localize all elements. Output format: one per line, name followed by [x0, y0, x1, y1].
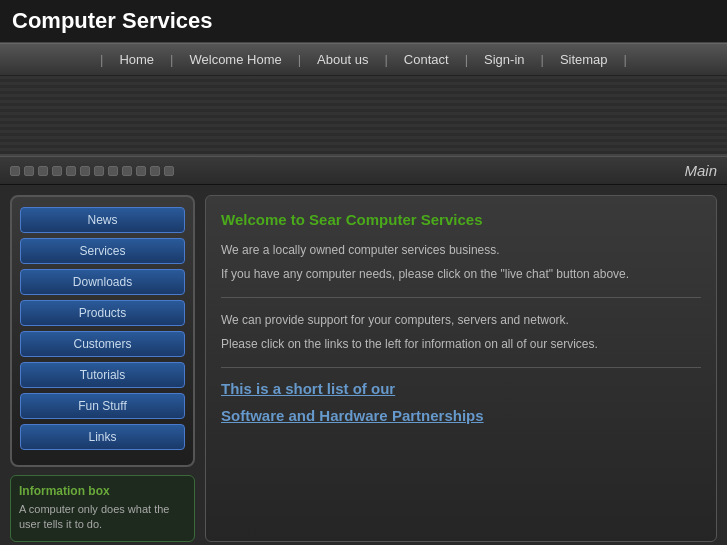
content-divider-2	[221, 367, 701, 368]
dot-9	[122, 166, 132, 176]
nav-separator: |	[296, 52, 303, 67]
dot-8	[108, 166, 118, 176]
dot-11	[150, 166, 160, 176]
content-panel: Welcome to Sear Computer Services We are…	[205, 195, 717, 542]
dot-10	[136, 166, 146, 176]
dot-7	[94, 166, 104, 176]
content-p1: We are a locally owned computer services…	[221, 240, 701, 260]
sidebar-nav-box: News Services Downloads Products Custome…	[10, 195, 195, 467]
content-p3: We can provide support for your computer…	[221, 310, 701, 330]
nav-welcome-home[interactable]: Welcome Home	[175, 48, 295, 71]
sidebar-btn-customers[interactable]: Customers	[20, 331, 185, 357]
content-heading: Welcome to Sear Computer Services	[221, 211, 701, 228]
content-link-2[interactable]: Software and Hardware Partnerships	[221, 407, 701, 424]
banner-area	[0, 76, 727, 156]
site-title: Computer Services	[12, 8, 715, 34]
nav-separator: |	[539, 52, 546, 67]
section-dots	[10, 166, 174, 176]
nav-contact[interactable]: Contact	[390, 48, 463, 71]
nav-about[interactable]: About us	[303, 48, 382, 71]
info-box-title: Information box	[19, 484, 186, 498]
nav-home[interactable]: Home	[105, 48, 168, 71]
sidebar-btn-services[interactable]: Services	[20, 238, 185, 264]
dot-3	[38, 166, 48, 176]
dot-2	[24, 166, 34, 176]
nav-signin[interactable]: Sign-in	[470, 48, 538, 71]
navbar: | Home | Welcome Home | About us | Conta…	[0, 43, 727, 76]
dot-12	[164, 166, 174, 176]
nav-sitemap[interactable]: Sitemap	[546, 48, 622, 71]
info-box: Information box A computer only does wha…	[10, 475, 195, 542]
dot-5	[66, 166, 76, 176]
header: Computer Services	[0, 0, 727, 43]
info-box-text: A computer only does what the user tells…	[19, 502, 186, 533]
content-link-1[interactable]: This is a short list of our	[221, 380, 701, 397]
nav-separator: |	[463, 52, 470, 67]
nav-separator: |	[622, 52, 629, 67]
nav-separator: |	[98, 52, 105, 67]
sidebar: News Services Downloads Products Custome…	[10, 195, 195, 542]
sidebar-btn-products[interactable]: Products	[20, 300, 185, 326]
main-content: News Services Downloads Products Custome…	[0, 185, 727, 545]
content-divider-1	[221, 297, 701, 298]
content-p4: Please click on the links to the left fo…	[221, 334, 701, 354]
sidebar-btn-funstuff[interactable]: Fun Stuff	[20, 393, 185, 419]
dot-4	[52, 166, 62, 176]
section-bar: Main	[0, 156, 727, 185]
nav-separator: |	[168, 52, 175, 67]
sidebar-btn-links[interactable]: Links	[20, 424, 185, 450]
sidebar-btn-downloads[interactable]: Downloads	[20, 269, 185, 295]
dot-1	[10, 166, 20, 176]
sidebar-btn-tutorials[interactable]: Tutorials	[20, 362, 185, 388]
nav-separator: |	[382, 52, 389, 67]
sidebar-btn-news[interactable]: News	[20, 207, 185, 233]
content-p2: If you have any computer needs, please c…	[221, 264, 701, 284]
section-title: Main	[684, 162, 717, 179]
dot-6	[80, 166, 90, 176]
